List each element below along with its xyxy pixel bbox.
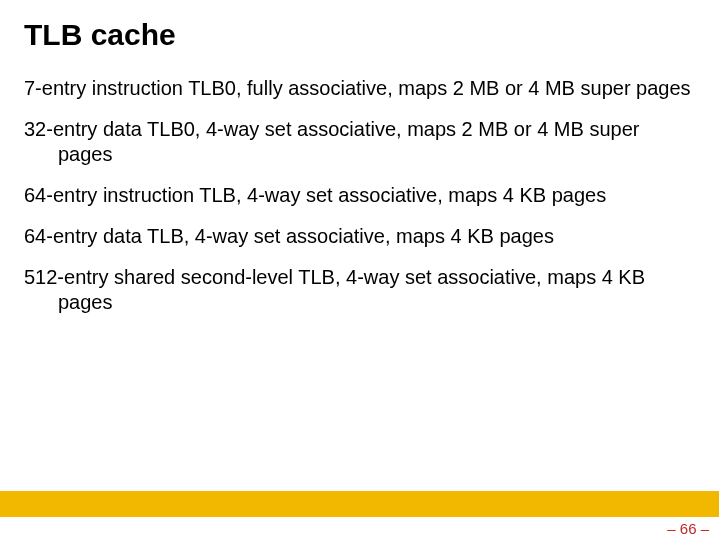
footer-bar bbox=[0, 491, 719, 517]
content-item: 64-entry instruction TLB, 4-way set asso… bbox=[24, 183, 695, 208]
page-number: – 66 – bbox=[667, 520, 709, 537]
slide-title: TLB cache bbox=[24, 18, 695, 52]
content-item: 32-entry data TLB0, 4-way set associativ… bbox=[24, 117, 695, 167]
slide-container: TLB cache 7-entry instruction TLB0, full… bbox=[0, 0, 719, 539]
content-item: 64-entry data TLB, 4-way set associative… bbox=[24, 224, 695, 249]
content-item: 512-entry shared second-level TLB, 4-way… bbox=[24, 265, 695, 315]
content-item: 7-entry instruction TLB0, fully associat… bbox=[24, 76, 695, 101]
slide-content: 7-entry instruction TLB0, fully associat… bbox=[24, 76, 695, 315]
